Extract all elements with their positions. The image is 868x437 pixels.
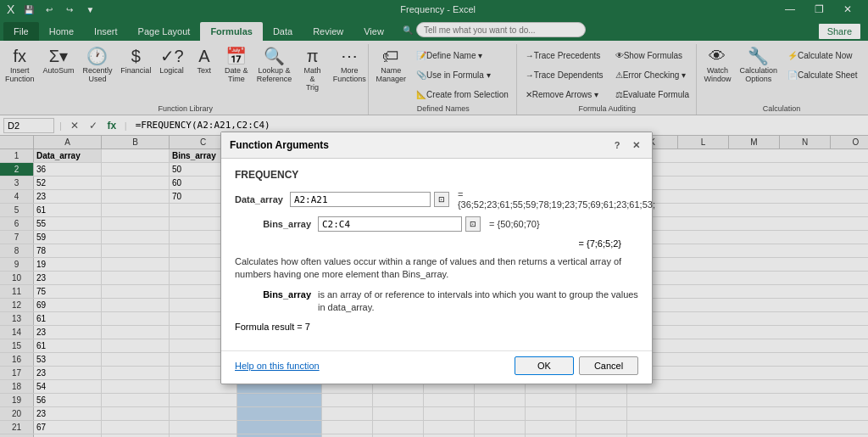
data-array-label: Data_array — [235, 194, 283, 204]
function-arguments-dialog: Function Arguments ? ✕ FREQUENCY Data_ar… — [220, 132, 653, 384]
data-array-row: Data_array ⊡ = {36;52;23;61;55;59;78;19;… — [235, 189, 638, 210]
function-name: FREQUENCY — [235, 169, 638, 181]
dialog-footer: Help on this function OK Cancel — [221, 350, 652, 384]
data-array-input[interactable] — [290, 192, 431, 207]
bins-array-ref-btn[interactable]: ⊡ — [465, 216, 481, 232]
bins-array-input-area: ⊡ = {50;60;70} — [318, 216, 540, 232]
dialog-close-btn[interactable]: ✕ — [628, 137, 643, 153]
dialog-title-bar: Function Arguments ? ✕ — [221, 132, 652, 159]
data-array-ref-btn[interactable]: ⊡ — [434, 192, 449, 207]
dialog-overlay: Function Arguments ? ✕ FREQUENCY Data_ar… — [0, 0, 868, 437]
dialog-help-btn[interactable]: ? — [609, 137, 625, 153]
bins-array-input[interactable] — [318, 216, 462, 232]
dialog-body: FREQUENCY Data_array ⊡ = {36;52;23;61;55… — [221, 159, 652, 347]
data-array-value: = {36;52;23;61;55;59;78;19;23;75;69;61;2… — [458, 189, 659, 210]
help-link[interactable]: Help on this function — [235, 361, 320, 371]
function-description: Calculates how often values occur within… — [235, 255, 638, 282]
param-name: Bins_array — [235, 289, 311, 315]
result-line: = {7;6;5;2} — [311, 238, 638, 249]
dialog-buttons: OK Cancel — [515, 356, 638, 375]
ok-button[interactable]: OK — [515, 356, 574, 375]
data-array-input-area: ⊡ = {36;52;23;61;55;59;78;19;23;75;69;61… — [290, 189, 659, 210]
formula-result-value: 7 — [305, 322, 310, 332]
cancel-button[interactable]: Cancel — [579, 356, 638, 375]
dialog-title-buttons: ? ✕ — [609, 137, 643, 153]
bins-array-value: = {50;60;70} — [489, 219, 540, 229]
param-text: is an array of or reference to intervals… — [318, 289, 638, 315]
formula-result-label: Formula result = — [235, 322, 303, 332]
dialog-title-text: Function Arguments — [230, 139, 329, 151]
formula-result: Formula result = 7 — [235, 322, 638, 332]
bins-array-label: Bins_array — [235, 219, 311, 229]
bins-array-row: Bins_array ⊡ = {50;60;70} — [235, 216, 638, 232]
param-description: Bins_array is an array of or reference t… — [235, 289, 638, 315]
